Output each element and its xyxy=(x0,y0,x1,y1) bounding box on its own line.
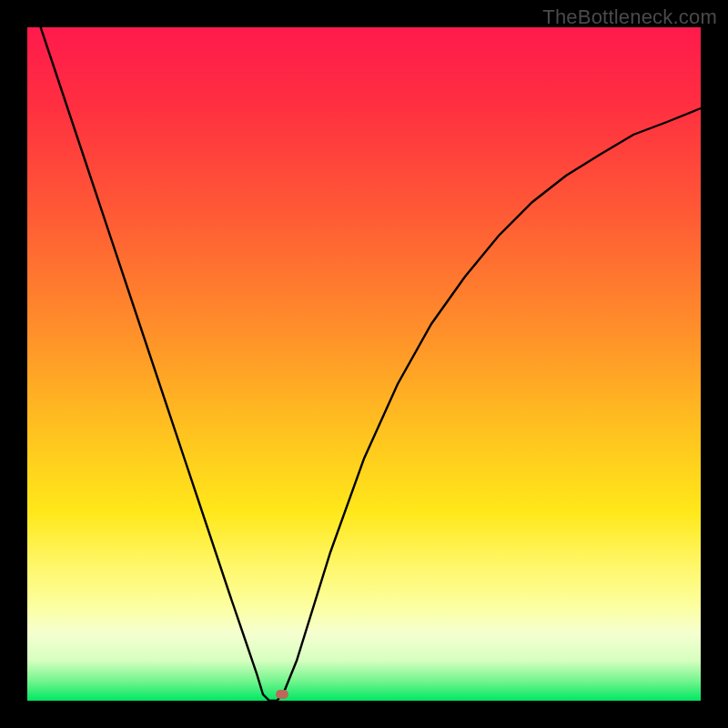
optimal-point-marker xyxy=(276,690,288,699)
curve-path xyxy=(27,0,701,701)
bottleneck-curve xyxy=(27,27,701,701)
watermark-text: TheBottleneck.com xyxy=(542,5,717,29)
chart-frame: TheBottleneck.com xyxy=(0,0,728,728)
